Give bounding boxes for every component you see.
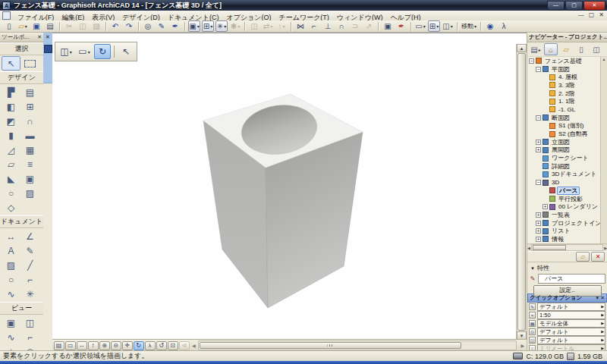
label-tool[interactable]: ✎ (20, 243, 39, 258)
text-tool[interactable]: A (2, 243, 20, 258)
undo-button[interactable]: ↶ (109, 20, 121, 32)
adjust-button[interactable]: ⌐ (308, 20, 320, 32)
scroll-up-icon[interactable]: ▲ (517, 44, 527, 52)
curtain-wall-tool[interactable]: ▤ (20, 85, 39, 99)
quick-options-menu-icon[interactable]: ▾ (596, 295, 599, 301)
tree-item-展開図[interactable]: +展開図 (527, 146, 601, 155)
infobox-icon[interactable] (44, 45, 52, 53)
horizontal-scrollbar[interactable] (198, 340, 517, 350)
layer-settings-button[interactable]: ⊞▾ (428, 20, 440, 32)
zoom-mode-button[interactable]: ▭▾ (76, 44, 93, 59)
save-button[interactable]: ▣ (30, 20, 42, 32)
elevation-line-tool[interactable]: ⌐ (20, 330, 39, 344)
tree-item-S1 (個別)[interactable]: S1 (個別) (527, 122, 601, 130)
drawing-ref-tool[interactable]: ◫ (20, 315, 39, 330)
orbit-button[interactable]: ↻ (134, 341, 144, 350)
tree-item-プロジェクトインデ[interactable]: +プロジェクトインデ (527, 219, 601, 228)
tree-scroll-left-icon[interactable]: ◀ (527, 246, 530, 250)
tree-item-00 レンダリン[interactable]: +00 レンダリン (527, 202, 601, 211)
ramp-tool[interactable]: ◣ (2, 171, 20, 186)
tree-item-詳細図[interactable]: 詳細図 (527, 162, 601, 171)
tree-item-パース[interactable]: パース (527, 187, 601, 195)
lamp-tool[interactable]: ○ (2, 186, 20, 200)
explore-toolbar-button[interactable]: λ (498, 20, 510, 32)
view-map-button[interactable]: ▱ (559, 43, 573, 55)
shell-tool[interactable]: ∩ (20, 114, 39, 128)
pan-button[interactable]: ✛ (122, 341, 133, 350)
tree-item-1. 1階[interactable]: 1. 1階 (527, 97, 601, 105)
mdi-minimize-button[interactable]: — (578, 11, 584, 20)
tree-expander-icon[interactable]: + (543, 204, 548, 209)
project-chooser-button[interactable]: ▤▸ (529, 43, 543, 55)
maximize-button[interactable]: ▢ (565, 1, 583, 11)
tree-scroll-right-icon[interactable]: ▶ (604, 246, 607, 250)
drawing-tool[interactable]: ▣ (2, 315, 20, 330)
project-map-button[interactable]: ⌂ (544, 43, 558, 55)
tree-item-フェンス基礎[interactable]: −フェンス基礎 (527, 57, 601, 65)
autogroup-button[interactable]: ⊞▾ (202, 20, 214, 32)
tree-horizontal-scrollbar[interactable]: ◀ ▶ (527, 243, 607, 251)
tree-item-4. 屋根[interactable]: 4. 屋根 (527, 73, 601, 81)
tree-item-S2 (自動再[interactable]: S2 (自動再 (527, 130, 601, 138)
fit-window-button[interactable]: ↔ (77, 341, 87, 350)
tree-vertical-scrollbar[interactable]: ▲ (600, 57, 607, 243)
marquee-tool[interactable] (20, 56, 39, 71)
display-options-button[interactable]: ▤ (54, 341, 64, 350)
zoom-frame-button[interactable]: ▭ (65, 341, 76, 350)
hotspot-tool[interactable]: ✳ (20, 287, 39, 301)
tree-expander-icon[interactable]: + (536, 228, 541, 234)
quick-option-value[interactable]: デフォルト▶ (537, 328, 605, 336)
tree-expander-icon[interactable]: − (529, 58, 534, 64)
find-select-button[interactable]: ◎ (142, 20, 154, 32)
angle-dimension-tool[interactable]: ∠ (20, 229, 39, 243)
mesh-tool[interactable]: ▦ (20, 143, 39, 157)
previous-zoom-button[interactable]: ⊡ (168, 341, 178, 350)
tree-item--1. GL[interactable]: -1. GL (527, 105, 601, 114)
quick-option-value[interactable]: デフォルト▶ (537, 303, 605, 311)
rotate-view-button[interactable]: ↺ (156, 341, 167, 350)
menu-ヘルプ(H)[interactable]: ヘルプ(H) (386, 14, 424, 21)
tree-item-一覧表[interactable]: +一覧表 (527, 211, 601, 219)
tree-item-3. 3階[interactable]: 3. 3階 (527, 81, 601, 89)
beam-tool[interactable]: ▬ (20, 128, 39, 143)
print-button[interactable]: ▤ (44, 20, 56, 32)
tree-item-ワークシート[interactable]: ワークシート (527, 154, 601, 162)
select-mode-button[interactable]: ↖ (118, 44, 134, 59)
quick-option-value[interactable]: 1:50▶ (537, 311, 605, 319)
arrow-tool[interactable]: ↖ (2, 56, 20, 71)
infobox-close-icon[interactable]: ✕ (46, 34, 50, 40)
morph-tool[interactable]: ◇ (2, 200, 20, 215)
scroll-right-icon[interactable]: ▶ (521, 343, 524, 348)
tree-expander-icon[interactable]: − (536, 67, 541, 72)
door-tool[interactable]: ◧ (2, 99, 20, 114)
pickup-parameters-button[interactable]: ✎ (156, 20, 168, 32)
tree-item-情報[interactable]: +情報 (527, 235, 601, 243)
delete-item-button[interactable]: ✕ (591, 252, 605, 262)
line-tool[interactable]: ╱ (20, 258, 39, 272)
story-settings-button[interactable]: ◫▾ (442, 20, 454, 32)
fit-in-window-button[interactable]: ◫▾ (58, 44, 74, 59)
section-line-tool[interactable]: ∿ (2, 330, 20, 344)
move-button[interactable]: 移動▾ (461, 20, 477, 32)
tree-item-リスト[interactable]: +リスト (527, 227, 601, 235)
minimize-button[interactable]: — (547, 1, 565, 11)
horizontal-scroll-thumb[interactable] (200, 342, 461, 349)
menu-表示(V)[interactable]: 表示(V) (88, 14, 118, 21)
zoom-in-button[interactable]: ⊕ (99, 341, 110, 350)
tree-expander-icon[interactable]: + (536, 140, 541, 145)
menu-ウィンドウ(W)[interactable]: ウィンドウ(W) (333, 14, 387, 21)
tree-expander-icon[interactable]: + (536, 237, 541, 242)
publisher-button[interactable]: ◫ (590, 43, 603, 55)
trim-button[interactable]: ⋈ (294, 20, 307, 32)
redo-button[interactable]: ↷ (123, 20, 135, 32)
toolbox-close-icon[interactable]: ✕ (37, 34, 42, 40)
tree-expander-icon[interactable]: + (536, 221, 541, 226)
explore-button[interactable]: λ (145, 341, 156, 350)
dimension-tool[interactable]: ↔ (2, 229, 20, 243)
menu-オプション(O)[interactable]: オプション(O) (222, 14, 275, 21)
menu-チームワーク(T)[interactable]: チームワーク(T) (275, 14, 333, 21)
inject-parameters-button[interactable]: ✒ (169, 20, 181, 32)
vertical-scrollbar[interactable]: ▲ ▼ (516, 44, 527, 340)
3d-viewport[interactable]: ◫▾▭▾↻↖ ▲ ▼ ▤▭↔↕⊕⊖✛↻λ↺⊡⊲ ◀ ▶ (52, 33, 527, 351)
zoom-select-button[interactable]: ↕ (88, 341, 99, 350)
